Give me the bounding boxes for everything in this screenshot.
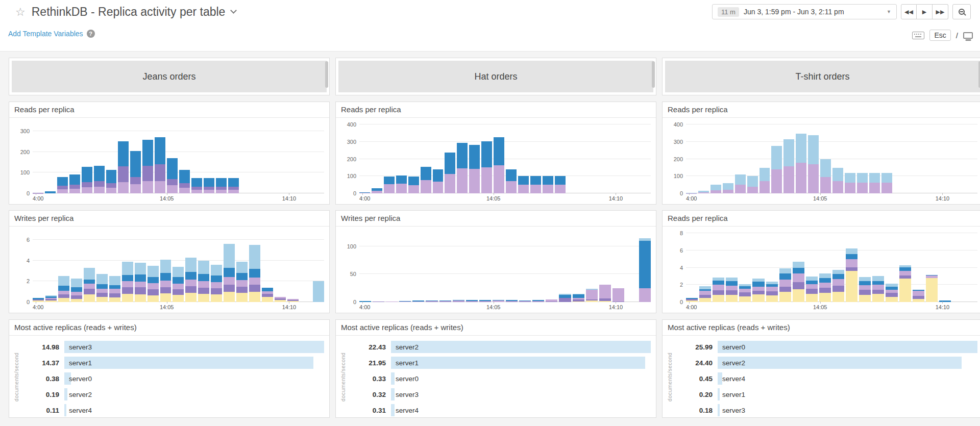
bar[interactable] xyxy=(412,231,424,302)
bar[interactable] xyxy=(543,122,553,193)
bar[interactable] xyxy=(546,231,557,302)
bar[interactable] xyxy=(783,122,794,193)
bar[interactable] xyxy=(191,122,202,193)
bar[interactable] xyxy=(894,122,904,193)
bar[interactable] xyxy=(408,122,419,193)
column-header-widget[interactable]: Jeans orders xyxy=(9,58,330,95)
bar[interactable] xyxy=(262,231,273,302)
bar[interactable] xyxy=(198,231,209,302)
bar[interactable] xyxy=(939,231,951,302)
bar[interactable] xyxy=(173,231,184,302)
bar[interactable] xyxy=(71,231,82,302)
bar[interactable] xyxy=(530,122,541,193)
bar[interactable] xyxy=(820,122,831,193)
bar[interactable] xyxy=(179,122,190,193)
bar[interactable] xyxy=(832,122,843,193)
bar[interactable] xyxy=(966,231,977,302)
toplist-row[interactable]: 0.11server4 xyxy=(23,404,324,416)
bar[interactable] xyxy=(913,231,924,302)
bar[interactable] xyxy=(466,231,478,302)
bar[interactable] xyxy=(479,231,491,302)
bar[interactable] xyxy=(906,122,917,193)
toplist-row[interactable]: 24.40server2 xyxy=(677,357,977,369)
bar[interactable] xyxy=(640,122,651,193)
bar[interactable] xyxy=(567,122,578,193)
bar[interactable] xyxy=(204,122,214,193)
toplist-row[interactable]: 0.20server1 xyxy=(677,388,977,400)
bar[interactable] xyxy=(519,231,531,302)
bar[interactable] xyxy=(739,231,751,302)
bar[interactable] xyxy=(118,122,129,193)
rewind-button[interactable]: ◀◀ xyxy=(901,4,917,19)
bar[interactable] xyxy=(735,122,746,193)
chart-plot[interactable]: 100500 xyxy=(338,231,651,302)
bar[interactable] xyxy=(359,122,370,193)
bar[interactable] xyxy=(532,231,544,302)
bar[interactable] xyxy=(857,122,868,193)
bar[interactable] xyxy=(301,122,312,193)
bar[interactable] xyxy=(426,231,437,302)
bar[interactable] xyxy=(872,231,884,302)
chevron-down-icon[interactable] xyxy=(231,7,237,14)
bar[interactable] xyxy=(686,122,697,193)
toplist-row[interactable]: 14.98server3 xyxy=(23,341,324,353)
bar[interactable] xyxy=(573,231,584,302)
toplist-row[interactable]: 0.31server4 xyxy=(350,404,651,416)
bar[interactable] xyxy=(518,122,529,193)
bar[interactable] xyxy=(373,231,384,302)
bar[interactable] xyxy=(69,122,80,193)
chart-plot[interactable]: 4003002001000 xyxy=(665,122,977,193)
bar[interactable] xyxy=(713,231,724,302)
chart-plot[interactable]: 3002001000 xyxy=(11,122,324,193)
bar[interactable] xyxy=(453,231,464,302)
forward-button[interactable]: ▶▶ xyxy=(933,4,948,19)
bar[interactable] xyxy=(586,231,598,302)
bar[interactable] xyxy=(82,122,92,193)
bar[interactable] xyxy=(45,231,57,302)
bar[interactable] xyxy=(228,122,239,193)
toplist-row[interactable]: 0.32server3 xyxy=(350,388,651,400)
bar[interactable] xyxy=(952,231,964,302)
bar[interactable] xyxy=(396,122,407,193)
bar[interactable] xyxy=(771,122,782,193)
bar[interactable] xyxy=(265,122,276,193)
bar[interactable] xyxy=(899,231,911,302)
bar[interactable] xyxy=(819,231,831,302)
bar[interactable] xyxy=(142,122,153,193)
bar[interactable] xyxy=(386,231,398,302)
toplist-row[interactable]: 0.18server3 xyxy=(677,404,977,416)
toplist-row[interactable]: 0.45server4 xyxy=(677,372,977,385)
bar[interactable] xyxy=(33,231,44,302)
bar[interactable] xyxy=(359,231,371,302)
bar[interactable] xyxy=(289,122,300,193)
bar[interactable] xyxy=(277,122,287,193)
bar[interactable] xyxy=(313,122,324,193)
bar[interactable] xyxy=(559,231,571,302)
toplist-row[interactable]: 25.99server0 xyxy=(677,341,977,353)
bar[interactable] xyxy=(967,122,977,193)
bar[interactable] xyxy=(954,122,965,193)
help-icon[interactable]: ? xyxy=(87,30,95,38)
toplist-row[interactable]: 0.33server0 xyxy=(350,372,651,385)
bar[interactable] xyxy=(592,122,602,193)
bar[interactable] xyxy=(148,231,159,302)
toplist-row[interactable]: 0.38server0 xyxy=(23,372,324,385)
column-header-widget[interactable]: Hat orders xyxy=(335,58,656,95)
keyboard-icon[interactable] xyxy=(912,32,924,39)
bar[interactable] xyxy=(224,231,235,302)
time-range-picker[interactable]: 11 m Jun 3, 1:59 pm - Jun 3, 2:11 pm ▼ xyxy=(712,4,897,19)
bar[interactable] xyxy=(579,122,590,193)
bar[interactable] xyxy=(167,122,178,193)
bar[interactable] xyxy=(555,122,566,193)
bar[interactable] xyxy=(249,231,260,302)
bar[interactable] xyxy=(793,231,804,302)
bar[interactable] xyxy=(106,122,117,193)
bar[interactable] xyxy=(45,122,56,193)
bar[interactable] xyxy=(796,122,806,193)
bar[interactable] xyxy=(845,122,855,193)
bar[interactable] xyxy=(160,231,172,302)
bar[interactable] xyxy=(806,231,818,302)
bar[interactable] xyxy=(859,231,871,302)
bar[interactable] xyxy=(869,122,880,193)
bar[interactable] xyxy=(808,122,819,193)
